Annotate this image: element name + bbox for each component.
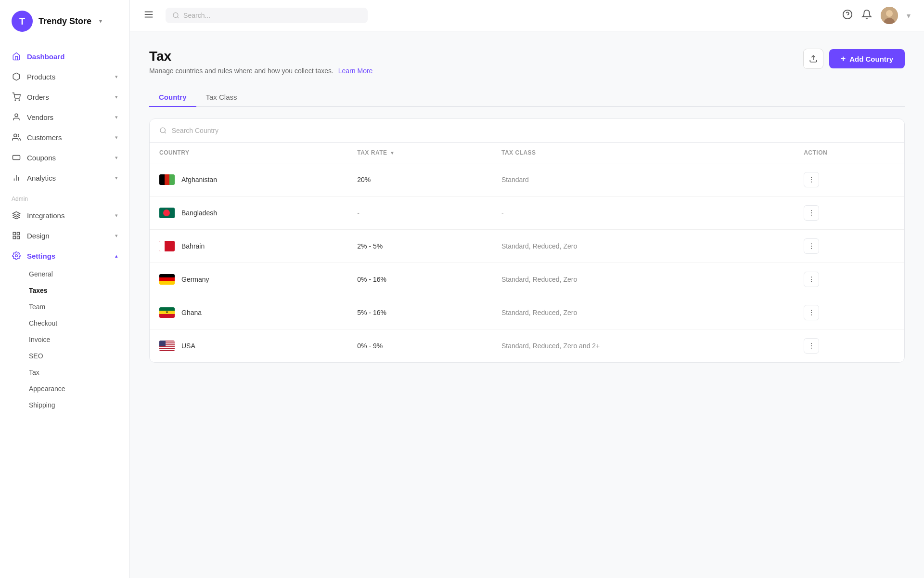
svg-point-22 <box>886 10 893 17</box>
svg-rect-28 <box>165 174 169 185</box>
people-icon <box>12 132 21 142</box>
tax-rate-cell: 20% <box>347 163 492 197</box>
sidebar-item-design[interactable]: Design ▾ <box>0 225 129 246</box>
dots-icon <box>808 176 815 184</box>
flag-icon <box>159 241 175 251</box>
sub-nav-general[interactable]: General <box>0 266 129 282</box>
svg-marker-8 <box>13 212 20 216</box>
sidebar-item-label: Customers <box>27 133 62 142</box>
sidebar-item-products[interactable]: Products ▾ <box>0 66 129 87</box>
svg-rect-65 <box>159 349 175 350</box>
admin-section-label: Admin <box>0 188 129 205</box>
svg-point-46 <box>811 248 812 249</box>
sidebar-item-orders[interactable]: Orders ▾ <box>0 87 129 107</box>
user-chevron-icon[interactable]: ▾ <box>907 11 911 20</box>
action-menu-button[interactable] <box>804 238 819 254</box>
tax-table-card: COUNTRY TAX RATE ▾ TAX CLASS ACTION Afgh… <box>149 118 905 363</box>
box-icon <box>12 72 21 81</box>
chevron-down-icon: ▾ <box>115 114 118 120</box>
svg-point-52 <box>811 281 812 282</box>
gear-icon <box>12 251 21 261</box>
country-cell: Bangladesh <box>150 197 347 230</box>
sub-nav-team[interactable]: Team <box>0 299 129 315</box>
sidebar-item-analytics[interactable]: Analytics ▾ <box>0 168 129 188</box>
col-tax-class: TAX CLASS <box>492 143 794 163</box>
svg-point-37 <box>811 215 812 216</box>
country-cell: USA <box>150 329 347 363</box>
sidebar-item-settings[interactable]: Settings ▴ <box>0 246 129 266</box>
flag-icon <box>159 274 175 285</box>
flag-icon <box>159 341 175 351</box>
sidebar-item-customers[interactable]: Customers ▾ <box>0 127 129 147</box>
country-name: Afghanistan <box>181 176 217 184</box>
topbar: ▾ <box>130 0 924 31</box>
search-input[interactable] <box>183 12 361 19</box>
sub-nav-checkout[interactable]: Checkout <box>0 315 129 331</box>
layers-icon <box>12 210 21 220</box>
tax-class-cell: Standard, Reduced, Zero and 2+ <box>492 329 794 363</box>
svg-point-58 <box>811 312 812 313</box>
svg-point-36 <box>811 212 812 213</box>
sub-nav-invoice[interactable]: Invoice <box>0 331 129 348</box>
country-search-input[interactable] <box>172 127 895 134</box>
sidebar-item-label: Orders <box>27 93 49 101</box>
action-menu-button[interactable] <box>804 305 819 320</box>
sidebar-item-label: Design <box>27 232 50 240</box>
action-menu-button[interactable] <box>804 205 819 221</box>
svg-rect-66 <box>159 341 166 346</box>
svg-rect-47 <box>159 274 175 278</box>
svg-point-35 <box>811 210 812 211</box>
bell-icon[interactable] <box>861 9 872 22</box>
sub-nav-taxes[interactable]: Taxes <box>0 282 129 299</box>
tab-country[interactable]: Country <box>149 88 196 107</box>
sub-nav-seo[interactable]: SEO <box>0 348 129 364</box>
svg-rect-48 <box>159 277 175 281</box>
table-row: Germany 0% - 16% Standard, Reduced, Zero <box>150 263 904 296</box>
sidebar-item-integrations[interactable]: Integrations ▾ <box>0 205 129 225</box>
help-icon[interactable] <box>842 9 853 22</box>
svg-point-57 <box>811 310 812 311</box>
dots-icon <box>808 209 815 217</box>
add-country-button[interactable]: + Add Country <box>829 49 905 68</box>
country-search-bar[interactable] <box>150 119 904 143</box>
sidebar-item-coupons[interactable]: Coupons ▾ <box>0 147 129 168</box>
action-cell <box>794 197 904 230</box>
page-header-left: Tax Manage countries and rules where and… <box>149 49 372 75</box>
svg-point-13 <box>15 255 18 257</box>
export-button[interactable] <box>803 49 823 69</box>
learn-more-link[interactable]: Learn More <box>338 67 373 75</box>
svg-point-67 <box>811 343 812 344</box>
search-icon <box>159 127 167 134</box>
store-name: Trendy Store <box>38 16 91 26</box>
sub-nav-shipping[interactable]: Shipping <box>0 397 129 413</box>
action-menu-button[interactable] <box>804 272 819 287</box>
svg-rect-29 <box>169 174 175 185</box>
ticket-icon <box>12 153 21 162</box>
page-header-right: + Add Country <box>803 49 905 69</box>
table-row: Ghana 5% - 16% Standard, Reduced, Zero <box>150 296 904 329</box>
svg-rect-39 <box>159 241 165 251</box>
country-name: Bahrain <box>181 242 205 250</box>
action-menu-button[interactable] <box>804 338 819 354</box>
svg-line-18 <box>177 17 179 18</box>
store-logo[interactable]: T Trendy Store ▾ <box>0 0 129 42</box>
chevron-down-icon: ▾ <box>115 155 118 161</box>
search-bar[interactable] <box>166 8 368 23</box>
chevron-down-icon: ▾ <box>115 134 118 141</box>
col-country: COUNTRY <box>150 143 347 163</box>
user-avatar[interactable] <box>881 7 898 24</box>
sidebar-item-vendors[interactable]: Vendors ▾ <box>0 107 129 127</box>
sidebar-item-dashboard[interactable]: Dashboard <box>0 46 129 66</box>
chevron-up-icon: ▴ <box>115 253 118 259</box>
table-row: USA 0% - 9% Standard, Reduced, Zero and … <box>150 329 904 363</box>
country-cell: Bahrain <box>150 230 347 263</box>
user-avatar-img <box>881 7 898 24</box>
tab-tax-class[interactable]: Tax Class <box>196 88 247 107</box>
svg-point-2 <box>15 114 18 117</box>
sub-nav-appearance[interactable]: Appearance <box>0 381 129 397</box>
svg-rect-53 <box>159 307 175 311</box>
sort-icon[interactable]: ▾ <box>391 150 394 156</box>
sub-nav-tax[interactable]: Tax <box>0 364 129 381</box>
menu-icon[interactable] <box>143 9 154 22</box>
action-menu-button[interactable] <box>804 172 819 187</box>
